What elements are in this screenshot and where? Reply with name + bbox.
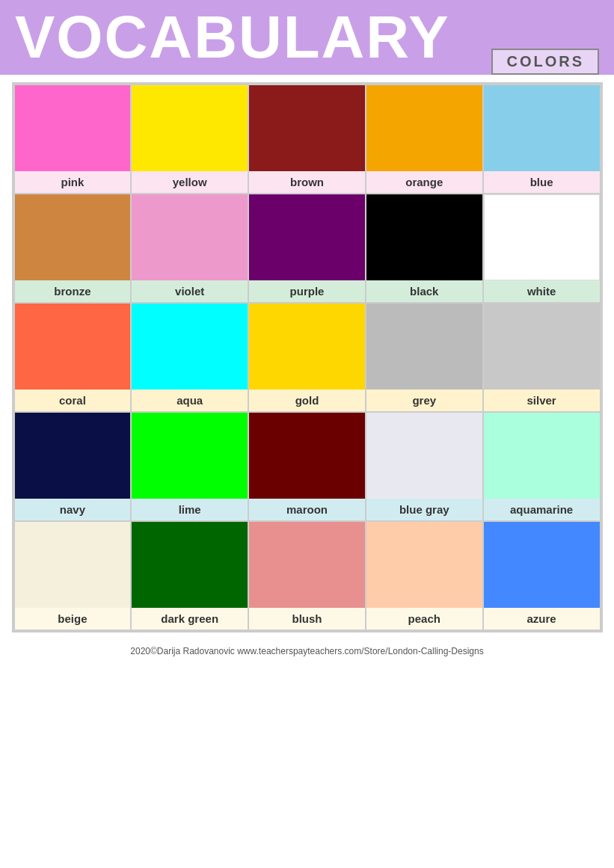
color-swatch-maroon — [249, 413, 365, 499]
color-label-purple: purple — [249, 280, 365, 302]
color-swatch-blush — [249, 522, 365, 608]
color-cell-lime: lime — [132, 413, 249, 522]
color-label-coral: coral — [15, 390, 131, 411]
color-cell-blush: blush — [249, 522, 366, 631]
color-label-bronze: bronze — [15, 280, 131, 302]
color-swatch-aqua — [132, 304, 248, 390]
color-swatch-black — [366, 194, 482, 280]
color-swatch-dark-green — [132, 522, 248, 608]
footer-text: 2020©Darija Radovanovic www.teacherspayt… — [130, 646, 483, 664]
color-label-azure: azure — [484, 608, 600, 630]
color-label-pink: pink — [15, 171, 131, 193]
color-swatch-violet — [132, 194, 248, 280]
color-swatch-azure — [484, 522, 600, 608]
color-cell-azure: azure — [484, 522, 601, 631]
color-swatch-yellow — [132, 85, 248, 171]
color-label-violet: violet — [132, 280, 248, 302]
color-label-blue-gray: blue gray — [366, 499, 482, 520]
color-cell-white: white — [484, 194, 601, 304]
color-swatch-beige — [15, 522, 131, 608]
color-swatch-white — [484, 194, 600, 280]
color-swatch-aquamarine — [484, 413, 600, 499]
color-label-peach: peach — [366, 608, 482, 630]
color-label-gold: gold — [249, 390, 365, 411]
color-cell-blue-gray: blue gray — [366, 413, 484, 522]
color-label-silver: silver — [484, 390, 600, 411]
subtitle: COLORS — [491, 49, 599, 75]
color-label-navy: navy — [15, 499, 131, 520]
color-grid-container: pinkyellowbrownorangebluebronzevioletpur… — [12, 82, 603, 632]
color-swatch-bronze — [15, 194, 131, 280]
color-cell-peach: peach — [366, 522, 484, 631]
color-cell-blue: blue — [484, 85, 601, 194]
color-swatch-orange — [366, 85, 482, 171]
color-cell-bronze: bronze — [15, 194, 132, 304]
color-label-aqua: aqua — [132, 390, 248, 411]
color-label-white: white — [484, 280, 600, 302]
color-cell-maroon: maroon — [249, 413, 366, 522]
color-label-blue: blue — [484, 171, 600, 193]
color-swatch-purple — [249, 194, 365, 280]
color-label-blush: blush — [249, 608, 365, 630]
color-cell-aqua: aqua — [132, 304, 249, 413]
color-cell-violet: violet — [132, 194, 249, 304]
color-label-brown: brown — [249, 171, 365, 193]
color-cell-silver: silver — [484, 304, 601, 413]
color-swatch-blue-gray — [366, 413, 482, 499]
color-label-yellow: yellow — [132, 171, 248, 193]
color-cell-brown: brown — [249, 85, 366, 194]
color-swatch-peach — [366, 522, 482, 608]
color-cell-purple: purple — [249, 194, 366, 304]
color-label-beige: beige — [15, 608, 131, 630]
color-label-aquamarine: aquamarine — [484, 499, 600, 520]
header: VOCABULARY COLORS — [0, 0, 614, 75]
color-swatch-pink — [15, 85, 131, 171]
color-cell-orange: orange — [366, 85, 484, 194]
color-label-black: black — [366, 280, 482, 302]
color-label-lime: lime — [132, 499, 248, 520]
color-swatch-gold — [249, 304, 365, 390]
color-cell-pink: pink — [15, 85, 132, 194]
color-swatch-brown — [249, 85, 365, 171]
color-swatch-lime — [132, 413, 248, 499]
color-swatch-grey — [366, 304, 482, 390]
color-swatch-silver — [484, 304, 600, 390]
color-cell-aquamarine: aquamarine — [484, 413, 601, 522]
color-cell-yellow: yellow — [132, 85, 249, 194]
color-label-maroon: maroon — [249, 499, 365, 520]
color-label-orange: orange — [366, 171, 482, 193]
color-cell-coral: coral — [15, 304, 132, 413]
color-grid: pinkyellowbrownorangebluebronzevioletpur… — [13, 84, 601, 631]
color-cell-gold: gold — [249, 304, 366, 413]
color-cell-beige: beige — [15, 522, 132, 631]
color-cell-dark-green: dark green — [132, 522, 249, 631]
color-swatch-blue — [484, 85, 600, 171]
color-swatch-coral — [15, 304, 131, 390]
color-label-dark-green: dark green — [132, 608, 248, 630]
color-cell-black: black — [366, 194, 484, 304]
color-cell-grey: grey — [366, 304, 484, 413]
color-label-grey: grey — [366, 390, 482, 411]
color-cell-navy: navy — [15, 413, 132, 522]
color-swatch-navy — [15, 413, 131, 499]
